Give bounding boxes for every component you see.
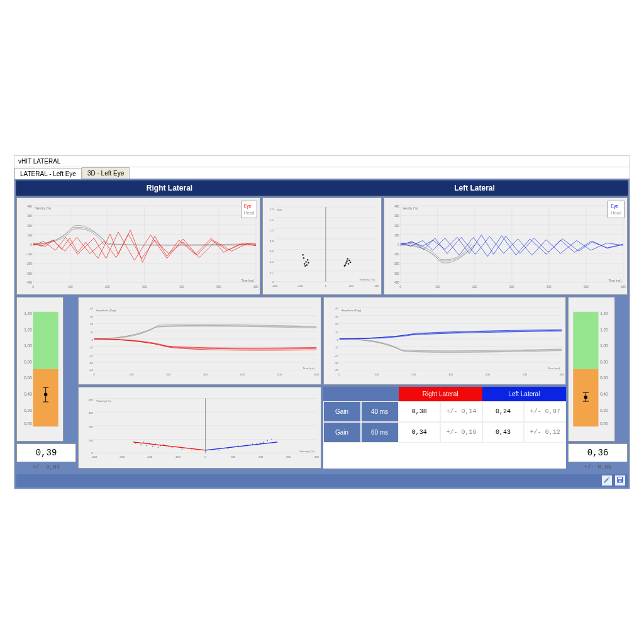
svg-text:100: 100 [68, 285, 73, 288]
svg-text:100: 100 [435, 285, 440, 288]
svg-text:Gain: Gain [277, 208, 283, 211]
table-row: Gain 60 ms 0,34+/- 0,16 0,43+/- 0,12 [323, 422, 567, 443]
svg-text:-10: -10 [89, 346, 94, 349]
svg-text:1,20: 1,20 [24, 327, 32, 331]
svg-text:0,2: 0,2 [270, 271, 274, 274]
svg-text:400: 400 [375, 284, 380, 287]
svg-text:0: 0 [399, 285, 401, 288]
edit-button[interactable] [601, 475, 613, 486]
svg-text:500: 500 [584, 285, 589, 288]
svg-point-170 [172, 447, 173, 448]
svg-text:1,00: 1,00 [24, 343, 32, 348]
svg-text:0,40: 0,40 [600, 391, 608, 396]
svg-text:20: 20 [90, 323, 93, 326]
svg-point-163 [146, 445, 147, 446]
svg-text:1,4: 1,4 [270, 208, 274, 211]
app-window: vHIT LATERAL LATERAL - Left Eye 3D - Lef… [14, 155, 630, 489]
svg-text:-20: -20 [89, 353, 94, 357]
svg-point-50 [307, 259, 308, 260]
svg-point-177 [252, 443, 253, 445]
svg-text:500: 500 [216, 285, 221, 288]
svg-text:-400: -400 [91, 455, 97, 458]
bottom-toolbar [16, 474, 628, 487]
svg-point-47 [304, 263, 305, 264]
gain-data-table: Right Lateral Left Lateral Gain 40 ms 0,… [323, 387, 567, 469]
svg-point-180 [263, 441, 264, 443]
svg-text:-100: -100 [26, 252, 33, 255]
svg-text:0,6: 0,6 [270, 250, 274, 253]
svg-text:-400: -400 [393, 281, 399, 284]
svg-text:30: 30 [335, 314, 338, 318]
svg-point-116 [44, 392, 47, 396]
save-button[interactable] [614, 475, 626, 486]
svg-text:0: 0 [338, 372, 340, 375]
svg-text:-300: -300 [119, 455, 125, 458]
table-head-left: Left Lateral [482, 387, 566, 401]
svg-text:-400: -400 [26, 281, 33, 284]
svg-text:-300: -300 [26, 272, 33, 275]
svg-text:1,40: 1,40 [24, 311, 32, 316]
svg-text:600: 600 [253, 285, 258, 288]
tab-lateral-left-eye[interactable]: LATERAL - Left Eye [14, 168, 82, 179]
chart-regression: 4003002001000 -400-300-200-1000100200300… [78, 387, 321, 469]
legend-right-velocity: EyeHead [241, 201, 258, 218]
svg-text:0,20: 0,20 [24, 408, 32, 412]
svg-text:1,20: 1,20 [600, 327, 608, 331]
svg-text:1,40: 1,40 [600, 311, 608, 316]
svg-point-56 [347, 258, 348, 259]
svg-text:0: 0 [30, 243, 32, 246]
svg-point-45 [303, 253, 304, 255]
svg-point-178 [256, 442, 257, 443]
svg-text:200: 200 [89, 425, 94, 428]
svg-text:1,2: 1,2 [270, 218, 274, 221]
svg-text:300: 300 [509, 285, 514, 288]
svg-text:30: 30 [90, 314, 93, 318]
chart-gain-scatter: 1,41,21,00,80,60,40,20 -400-2000200400 G… [262, 197, 381, 295]
svg-point-161 [140, 444, 142, 445]
svg-point-172 [191, 449, 192, 450]
svg-text:0,80: 0,80 [600, 359, 608, 364]
svg-text:-300: -300 [393, 272, 399, 275]
svg-point-165 [152, 445, 153, 447]
svg-text:400: 400 [27, 205, 32, 208]
svg-text:300: 300 [142, 285, 147, 288]
header-right-lateral: Right Lateral [17, 181, 322, 195]
svg-text:-40: -40 [89, 369, 94, 372]
svg-text:300: 300 [203, 372, 208, 375]
svg-point-51 [306, 264, 308, 265]
svg-text:1,0: 1,0 [270, 228, 274, 231]
tab-3d-left-eye[interactable]: 3D - Left Eye [82, 167, 130, 179]
svg-text:-200: -200 [26, 262, 33, 265]
row-middle: 1,401,201,000,800,600,400,200,00 0,39 +/… [16, 297, 628, 472]
left-gain-value: 0,36 [568, 443, 628, 462]
svg-text:300: 300 [27, 214, 32, 218]
svg-text:0,4: 0,4 [270, 260, 274, 264]
left-gain-panel: 1,401,201,000,800,600,400,200,00 0,36 +/… [568, 297, 628, 472]
svg-text:0: 0 [204, 455, 206, 458]
svg-text:10: 10 [335, 330, 338, 333]
svg-text:100: 100 [394, 234, 399, 237]
svg-point-182 [271, 438, 272, 440]
svg-point-160 [135, 442, 136, 443]
svg-text:600: 600 [559, 372, 564, 375]
tab-bar: LATERAL - Left Eye 3D - Left Eye [14, 167, 630, 179]
svg-text:-400: -400 [272, 284, 278, 287]
svg-text:0: 0 [325, 284, 327, 287]
svg-text:200: 200 [105, 285, 110, 288]
svg-rect-245 [619, 480, 622, 482]
svg-point-54 [345, 262, 347, 264]
svg-text:-200: -200 [393, 262, 399, 265]
legend-left-velocity: EyeHead [608, 201, 625, 218]
svg-text:10: 10 [90, 330, 93, 333]
row-velocity: 4003002001000-100-200-300-400 0100200300… [16, 197, 628, 295]
svg-text:400: 400 [314, 455, 319, 458]
svg-text:600: 600 [314, 372, 319, 375]
svg-text:300: 300 [394, 214, 399, 218]
svg-text:400: 400 [240, 372, 245, 375]
svg-text:-200: -200 [147, 455, 153, 458]
svg-text:-100: -100 [175, 455, 180, 458]
svg-point-59 [350, 261, 351, 262]
svg-text:500: 500 [277, 372, 282, 375]
svg-point-171 [181, 448, 182, 450]
svg-text:300: 300 [89, 411, 94, 414]
